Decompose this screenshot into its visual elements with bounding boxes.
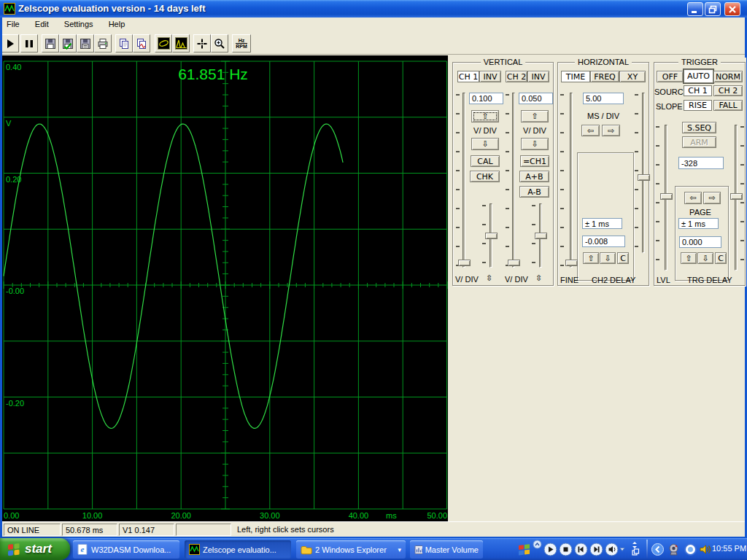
- ch1-chk-button[interactable]: CHK: [470, 171, 500, 182]
- task-master-volume[interactable]: Master Volume: [410, 540, 483, 559]
- freq-mode-button[interactable]: FREQ: [590, 71, 619, 82]
- ch2-fine-slider-thumb[interactable]: [535, 233, 547, 239]
- trigger-off-button[interactable]: OFF: [657, 71, 684, 82]
- ch1-position-slider-track[interactable]: [462, 93, 465, 268]
- ch1-vdiv-up-button[interactable]: ⇧: [471, 110, 499, 122]
- ch2-delay-slider-thumb[interactable]: [638, 174, 650, 181]
- xy-mode-toggle-button[interactable]: XY: [619, 71, 646, 82]
- tray-messenger-icon[interactable]: [684, 543, 697, 556]
- arm-button[interactable]: ARM: [682, 136, 716, 148]
- ch2-toggle-button[interactable]: CH 2: [506, 71, 527, 82]
- menu-help[interactable]: Help: [102, 18, 132, 28]
- page-left-button[interactable]: ⇦: [684, 192, 702, 204]
- close-button[interactable]: [724, 2, 740, 16]
- trigger-level-slider-ticks: [656, 126, 659, 269]
- play-button[interactable]: [1, 34, 19, 52]
- windows-logo-icon[interactable]: [518, 542, 531, 556]
- xy-mode-button[interactable]: [155, 34, 172, 52]
- ch2-delay-down-button[interactable]: ⇩: [600, 252, 616, 264]
- ch1-vdiv-down-button[interactable]: ⇩: [471, 138, 499, 150]
- ch2-position-slider-thumb[interactable]: [508, 260, 520, 266]
- svg-text:V: V: [6, 119, 12, 128]
- horizontal-panel: HORIZONTAL TIME FREQ XY 5.00 MS / DIV ⇦ …: [557, 58, 650, 287]
- save-button[interactable]: [42, 34, 59, 52]
- copy-waveform-button[interactable]: [133, 34, 150, 52]
- source-ch1-button[interactable]: CH 1: [684, 85, 712, 96]
- menu-file[interactable]: File: [0, 18, 26, 28]
- media-volume-icon[interactable]: [605, 542, 625, 556]
- trigger-auto-button[interactable]: AUTO: [684, 69, 713, 83]
- ch2-delay-clear-button[interactable]: C: [617, 252, 629, 264]
- pause-button[interactable]: [20, 34, 38, 52]
- task-w32dasm[interactable]: e W32DASM Downloa...: [73, 540, 179, 559]
- trg-delay-slider-thumb[interactable]: [730, 193, 743, 200]
- tray-webcam-icon[interactable]: [667, 543, 680, 556]
- page-right-button[interactable]: ⇨: [703, 192, 721, 204]
- media-play-icon[interactable]: [543, 542, 557, 556]
- trigger-level-value-field[interactable]: -328: [678, 157, 724, 169]
- trigger-level-slider-thumb[interactable]: [660, 193, 673, 200]
- single-sequence-button[interactable]: S.SEQ: [682, 122, 716, 133]
- oscilloscope-display[interactable]: 0.40V0.20-0.00-0.200.0010.0020.0030.0040…: [2, 55, 448, 521]
- menu-settings[interactable]: Settings: [58, 18, 100, 28]
- svg-text:40.00: 40.00: [349, 511, 369, 520]
- restore-button[interactable]: [705, 2, 721, 16]
- time-mode-button[interactable]: TIME: [561, 71, 590, 82]
- tray-collapse-icon[interactable]: [651, 543, 664, 556]
- start-button[interactable]: start: [0, 538, 70, 560]
- msdiv-value-field[interactable]: 5.00: [583, 93, 624, 104]
- msdiv-decrease-button[interactable]: ⇦: [581, 125, 600, 136]
- ch2-a-plus-b-button[interactable]: A+B: [519, 171, 549, 182]
- svg-text:e: e: [81, 545, 85, 553]
- slope-fall-button[interactable]: FALL: [713, 100, 743, 111]
- trg-delay-value-field[interactable]: 0.000: [679, 236, 721, 248]
- ch1-fine-slider-thumb[interactable]: [485, 233, 498, 239]
- chevron-up-icon[interactable]: [533, 540, 542, 549]
- tray-volume-icon[interactable]: [699, 543, 711, 556]
- ch1-cal-button[interactable]: CAL: [471, 155, 500, 167]
- task-zelscope[interactable]: Zelscope evaluatio...: [185, 540, 291, 559]
- media-stop-icon[interactable]: [559, 542, 573, 556]
- save-settings-button[interactable]: [77, 34, 94, 52]
- ch1-vdiv-value-field[interactable]: 0.100: [469, 93, 503, 104]
- trg-delay-down-button[interactable]: ⇩: [697, 252, 713, 264]
- ch2-vdiv-down-button[interactable]: ⇩: [521, 138, 549, 150]
- spectrum-button[interactable]: [172, 34, 190, 52]
- toolbar-restore-icon[interactable]: [630, 540, 640, 558]
- copy-button[interactable]: [115, 34, 133, 52]
- task-windows-explorer-group[interactable]: 2 Windows Explorer ▾: [296, 540, 406, 559]
- taskbar-clock[interactable]: 10:55 PM: [712, 544, 746, 553]
- ch2-a-minus-b-button[interactable]: A-B: [519, 186, 549, 198]
- slope-rise-button[interactable]: RISE: [684, 100, 712, 111]
- trigger-norm-button[interactable]: NORM: [713, 71, 743, 82]
- zoom-button[interactable]: [211, 34, 228, 52]
- ch2-invert-button[interactable]: INV: [527, 71, 549, 82]
- ch1-toggle-button[interactable]: CH 1: [457, 71, 479, 82]
- ch2-delay-value-field[interactable]: -0.008: [582, 236, 625, 247]
- ch2-delay-up-button[interactable]: ⇧: [583, 252, 599, 264]
- hz-rpm-button[interactable]: HzRPM: [232, 34, 251, 52]
- trg-delay-up-button[interactable]: ⇧: [681, 252, 697, 264]
- copy-waveform-icon: [136, 38, 147, 50]
- trg-delay-clear-button[interactable]: C: [715, 252, 727, 264]
- ch2-vdiv-value-field[interactable]: 0.050: [519, 93, 553, 104]
- fine-slider-thumb[interactable]: [565, 260, 578, 266]
- ch2-vdiv-up-button[interactable]: ⇧: [521, 110, 549, 122]
- cursor-mode-button[interactable]: [193, 34, 211, 52]
- play-icon: [4, 38, 16, 50]
- ch1-position-slider-thumb[interactable]: [458, 260, 471, 266]
- save-waveform-button[interactable]: [59, 34, 77, 52]
- minimize-button[interactable]: [687, 2, 703, 16]
- ch2-eq-ch1-button[interactable]: =CH1: [520, 155, 549, 167]
- media-next-icon[interactable]: [589, 542, 603, 556]
- app-icon[interactable]: [4, 3, 15, 15]
- ch2-delay-slider-track[interactable]: [642, 93, 645, 253]
- fine-slider-track[interactable]: [570, 93, 573, 268]
- media-previous-icon[interactable]: [574, 542, 588, 556]
- ch2-position-slider-track[interactable]: [512, 93, 515, 268]
- ch1-invert-button[interactable]: INV: [479, 71, 501, 82]
- source-ch2-button[interactable]: CH 2: [713, 85, 743, 96]
- menu-edit[interactable]: Edit: [28, 18, 55, 28]
- msdiv-increase-button[interactable]: ⇨: [602, 125, 620, 136]
- print-button[interactable]: [94, 34, 112, 52]
